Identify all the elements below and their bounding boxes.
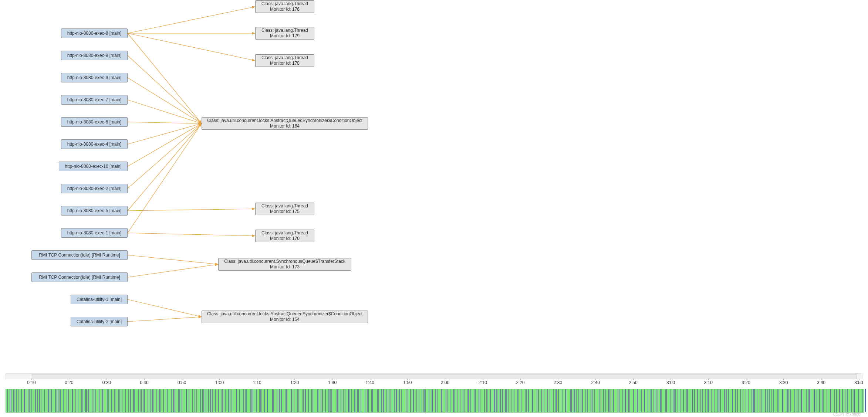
monitor-node[interactable]: Class: java.lang.ThreadMonitor Id: 170	[255, 230, 314, 242]
timeline-event-mark	[175, 389, 175, 412]
thread-node[interactable]: RMI TCP Connection(idle) [RMI Runtime]	[31, 272, 128, 282]
timeline-event-mark	[118, 389, 119, 412]
monitor-node[interactable]: Class: java.lang.ThreadMonitor Id: 179	[255, 27, 314, 40]
timeline-event-mark	[331, 389, 332, 412]
timeline-tick: 1:20	[290, 380, 299, 385]
timeline-event-mark	[746, 389, 746, 412]
thread-node[interactable]: RMI TCP Connection(idle) [RMI Runtime]	[31, 250, 128, 260]
monitor-node[interactable]: Class: java.util.concurrent.SynchronousQ…	[218, 258, 351, 271]
timeline-event-mark	[437, 389, 438, 412]
timeline-event-mark	[585, 389, 586, 412]
timeline-event-mark	[341, 389, 341, 412]
timeline-event-mark	[521, 389, 521, 412]
timeline-event-mark	[484, 389, 485, 412]
timeline-event-mark	[571, 389, 572, 412]
timeline-event-mark	[511, 389, 511, 412]
timeline-event-mark	[708, 389, 709, 412]
timeline-event-mark	[788, 389, 789, 412]
timeline-event-mark	[425, 389, 426, 412]
timeline-event-mark	[446, 389, 446, 412]
timeline-event-mark	[782, 389, 783, 412]
monitor-node[interactable]: Class: java.util.concurrent.locks.Abstra…	[202, 117, 368, 130]
timeline-event-mark	[496, 389, 497, 412]
thread-node[interactable]: http-nio-8080-exec-7 [main]	[61, 95, 128, 105]
timeline-event-mark	[143, 389, 143, 412]
monitor-node[interactable]: Class: java.lang.ThreadMonitor Id: 176	[255, 0, 314, 13]
timeline-event-mark	[450, 389, 450, 412]
timeline-event-mark	[735, 389, 736, 412]
thread-node[interactable]: http-nio-8080-exec-10 [main]	[59, 162, 128, 171]
timeline-event-mark	[728, 389, 729, 412]
timeline-event-mark	[622, 389, 623, 412]
dependency-edge	[128, 55, 202, 123]
timeline-event-mark	[330, 389, 331, 412]
timeline-event-mark	[553, 389, 554, 412]
timeline-scrollbar-thumb[interactable]	[32, 374, 857, 379]
timeline-event-mark	[144, 389, 145, 412]
timeline-event-mark	[719, 389, 719, 412]
dependency-edge	[128, 255, 218, 264]
timeline-event-mark	[81, 389, 82, 412]
monitor-node[interactable]: Class: java.util.concurrent.locks.Abstra…	[202, 311, 368, 323]
thread-node[interactable]: Catalina-utility-2 [main]	[71, 317, 128, 326]
thread-node[interactable]: http-nio-8080-exec-4 [main]	[61, 139, 128, 149]
monitor-node[interactable]: Class: java.lang.ThreadMonitor Id: 178	[255, 54, 314, 67]
timeline-event-mark	[253, 389, 253, 412]
thread-node[interactable]: Catalina-utility-1 [main]	[71, 295, 128, 304]
timeline-event-mark	[687, 389, 688, 412]
edge-layer	[0, 0, 868, 373]
timeline-event-mark	[752, 389, 752, 412]
timeline-event-mark	[581, 389, 581, 412]
timeline-event-mark	[817, 389, 817, 412]
timeline-event-mark	[134, 389, 135, 412]
timeline-event-mark	[119, 389, 120, 412]
thread-node[interactable]: http-nio-8080-exec-2 [main]	[61, 184, 128, 193]
monitor-class-label: Class: java.util.concurrent.SynchronousQ…	[224, 259, 345, 264]
timeline-event-mark	[422, 389, 422, 412]
dependency-edge	[128, 7, 255, 33]
monitor-node[interactable]: Class: java.lang.ThreadMonitor Id: 175	[255, 203, 314, 215]
timeline-event-mark	[454, 389, 455, 412]
thread-label: Catalina-utility-2 [main]	[77, 319, 122, 325]
timeline-event-mark	[218, 389, 219, 412]
timeline-event-mark	[163, 389, 164, 412]
thread-node[interactable]: http-nio-8080-exec-6 [main]	[61, 117, 128, 127]
timeline-event-mark	[594, 389, 595, 412]
thread-node[interactable]: http-nio-8080-exec-1 [main]	[61, 228, 128, 238]
timeline-event-mark	[603, 389, 604, 412]
timeline-event-mark	[514, 389, 514, 412]
monitor-id-label: Monitor Id: 164	[270, 123, 300, 129]
timeline-event-mark	[810, 389, 810, 412]
timeline-tick: 1:30	[328, 380, 337, 385]
thread-label: http-nio-8080-exec-4 [main]	[67, 142, 122, 147]
timeline-event-mark	[308, 389, 309, 412]
thread-node[interactable]: http-nio-8080-exec-5 [main]	[61, 206, 128, 216]
thread-node[interactable]: http-nio-8080-exec-9 [main]	[61, 51, 128, 60]
timeline-event-mark	[732, 389, 733, 412]
dependency-edge	[128, 123, 202, 144]
timeline-event-mark	[51, 389, 52, 412]
timeline-event-mark	[648, 389, 648, 412]
timeline-event-mark	[232, 389, 232, 412]
timeline-event-mark	[619, 389, 619, 412]
timeline-event-mark	[367, 389, 368, 412]
timeline-cursor[interactable]	[865, 389, 866, 412]
thread-label: http-nio-8080-exec-10 [main]	[65, 164, 121, 169]
timeline-scrollbar-track[interactable]	[6, 373, 862, 379]
timeline-event-mark	[150, 389, 151, 412]
timeline-tick: 2:30	[554, 380, 562, 385]
timeline-event-mark	[562, 389, 563, 412]
timeline-event-mark	[854, 389, 855, 412]
thread-label: Catalina-utility-1 [main]	[77, 297, 122, 302]
timeline-event-mark	[251, 389, 252, 412]
thread-node[interactable]: http-nio-8080-exec-8 [main]	[61, 28, 128, 38]
timeline-activity-band[interactable]	[6, 389, 864, 413]
timeline-event-mark	[153, 389, 153, 412]
timeline-event-mark	[463, 389, 463, 412]
timeline-event-mark	[480, 389, 480, 412]
thread-node[interactable]: http-nio-8080-exec-3 [main]	[61, 73, 128, 82]
timeline-event-mark	[790, 389, 791, 412]
timeline-tick: 2:10	[478, 380, 487, 385]
timeline-event-mark	[345, 389, 345, 412]
timeline-event-mark	[432, 389, 433, 412]
